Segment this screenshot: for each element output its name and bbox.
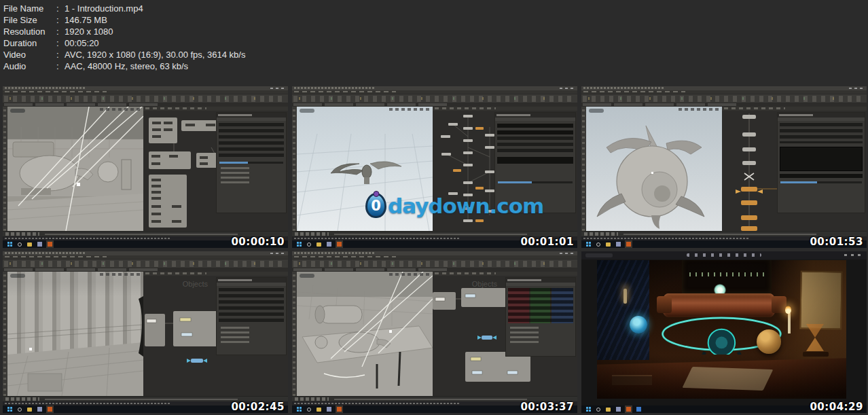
info-separator: : [56,14,65,26]
viewport-toolbar [3,272,7,396]
parameter-fields-rgb [508,288,573,323]
houdini-window: Objects [292,251,577,413]
parameter-text-field [497,157,573,164]
info-label: Video [3,49,56,60]
houdini-icon [337,407,342,412]
photo-viewer-toolbar-icons [687,253,761,257]
houdini-window: Objects [3,251,288,413]
viewport-toolbar [581,107,586,231]
parameter-panel-header [778,113,865,118]
video-thumbnail-3: 00:01:53 [581,86,867,248]
info-value-filesize: 146.75 MB [65,15,107,25]
code-editor-field [780,147,863,171]
parameter-text-field [780,174,863,178]
parameter-checkboxes [510,327,573,344]
timestamp-overlay: 00:03:37 [520,401,574,413]
folder-icon [27,408,32,412]
main-panes: Objects [3,272,288,396]
parameter-panel-tabs [217,118,286,121]
windows-start-icon [297,407,302,412]
thumbnail-grid: 00:00:10 [3,86,867,413]
parameter-panel-tabs [495,118,575,121]
parameter-panel-header [217,278,286,283]
video-thumbnail-5: Objects [292,251,577,413]
parameter-panel-header [217,113,286,118]
parameter-panel [505,277,576,357]
houdini-icon [626,242,631,247]
parameter-text-field [497,130,573,134]
parameter-fields [780,123,863,143]
watermark-zero-badge: 0 [365,193,386,218]
info-label: Audio [3,60,56,72]
houdini-icon [48,242,52,247]
viewport-3d [586,107,722,231]
timestamp-overlay: 00:01:53 [810,236,863,248]
shelf-toolbar [292,94,577,103]
timestamp-overlay: 00:01:01 [520,236,574,248]
parameter-slider [780,181,862,183]
viewport-3d [7,272,143,396]
parameter-fields [219,288,284,323]
info-row-filesize: File Size:146.75 MB [3,14,245,26]
info-label: File Size [3,14,56,26]
parameter-fields [497,137,573,154]
info-value-duration: 00:05:20 [65,38,99,48]
watermark-text: daydown.com [388,194,543,218]
info-row-audio: Audio:AAC, 48000 Hz, stereo, 63 kb/s [3,60,245,72]
search-icon [596,242,600,247]
info-value-resolution: 1920 x 1080 [65,26,113,37]
folder-icon [317,408,321,412]
search-icon [18,408,22,412]
windows-start-icon [7,242,12,247]
photos-app-icon [636,407,641,412]
media-info-block: File Name:1 - Introduction.mp4 File Size… [3,3,245,72]
viewport-3d [297,272,433,396]
shelf-toolbar [3,94,288,103]
folder-icon [317,242,321,247]
info-value-filename: 1 - Introduction.mp4 [65,3,143,14]
parameter-checkboxes [221,327,283,344]
houdini-window [581,86,867,248]
houdini-icon [626,407,631,412]
info-label: Duration [3,37,56,49]
video-thumbnail-6: 00:04:29 [581,251,867,413]
main-panes [581,107,867,231]
search-icon [307,242,311,247]
network-editor [722,107,867,231]
folder-icon [27,242,32,247]
parameter-slider [498,181,573,183]
app-icon [616,407,621,412]
video-thumbnail-1: 00:00:10 [3,86,288,248]
info-separator: : [56,37,65,49]
info-separator: : [56,3,65,14]
info-value-video: AVC, 1920 x 1080 (16:9), 30.00 fps, 3614… [65,50,245,60]
video-thumbnail-2: 0 daydown.com 00:01:01 [292,86,577,248]
app-icon [37,407,42,412]
parameter-fields [219,123,284,158]
shelf-toolbar [292,259,577,268]
timestamp-overlay: 00:02:45 [231,401,285,413]
viewport-scene-creature [586,107,722,231]
info-label: Resolution [3,26,56,37]
main-panes [3,107,288,231]
parameter-panel-tabs [778,118,865,121]
shelf-toolbar [581,94,867,103]
photo-viewer-title-bar [581,251,867,259]
houdini-window [292,86,577,248]
shelf-toolbar [3,259,288,268]
viewport-toolbar [3,107,7,231]
parameter-panel-tabs [217,283,286,286]
render-vignette [597,260,846,399]
windows-start-icon [586,407,591,412]
info-row-resolution: Resolution:1920 x 1080 [3,26,245,37]
network-context-label: Objects [183,280,208,288]
search-icon [18,242,22,247]
viewport-scene-workshop [7,107,143,231]
search-icon [307,408,311,412]
viewport-toolbar [292,272,297,396]
network-editor: Objects [143,272,288,396]
network-context-label: Objects [472,280,497,288]
info-separator: : [56,60,65,72]
houdini-icon [48,407,52,412]
viewport-scene-machine [297,272,433,396]
